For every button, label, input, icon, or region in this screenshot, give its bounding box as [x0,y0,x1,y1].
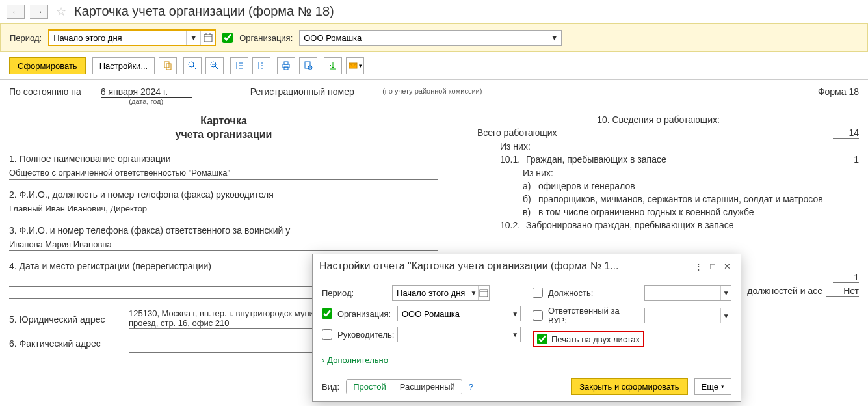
calendar-icon [203,33,213,43]
dlg-leader-dropdown[interactable]: ▼ [510,327,520,342]
r-b: б) [523,194,538,204]
nav-forward-button[interactable]: → [30,5,48,19]
chevron-down-icon: ▾ [721,383,724,390]
dialog-maximize-button[interactable]: □ [705,260,720,273]
dlg-more-link[interactable]: › Дополнительно [322,355,731,365]
dialog-close-button[interactable]: ✕ [720,260,734,273]
favorite-star-icon[interactable]: ☆ [56,5,66,19]
dlg-view-label: Вид: [322,382,339,392]
r-v-label: в том числе ограниченно годных к военной… [538,207,859,217]
card-title-2: учета организации [9,128,438,142]
dialog-title: Настройки отчета "Карточка учета организ… [319,260,691,272]
f1-value: Общество с ограниченной ответственностью… [9,168,438,180]
org-field[interactable]: ▼ [299,30,562,46]
dlg-position-dropdown[interactable]: ▼ [720,286,731,300]
preview-icon [303,61,313,71]
svg-rect-20 [284,62,288,64]
period-field[interactable]: ▼ [48,29,216,46]
printer-icon [281,61,291,71]
r101-of: Из них: [523,168,553,178]
preview-button[interactable] [299,57,317,74]
card-title-1: Карточка [9,115,438,128]
dlg-org-dropdown[interactable]: ▼ [510,306,520,321]
svg-rect-26 [480,290,488,297]
f1-label: 1. Полное наименование организации [9,154,438,164]
dlg-print-checkbox[interactable] [537,334,547,344]
f3-label: 3. Ф.И.О. и номер телефона (факса) ответ… [9,225,438,236]
status-date: 6 января 2024 г. [101,87,192,98]
r-a-label: офицеров и генералов [538,181,859,191]
period-dropdown-button[interactable]: ▼ [186,31,200,45]
dlg-print-label: Печать на двух листах [551,334,640,344]
search-icon [187,61,198,71]
collapse-button[interactable] [252,57,270,74]
f2-label: 2. Ф.И.О., должность и номер телефона (ф… [9,189,438,200]
dlg-resp-dropdown[interactable]: ▼ [720,308,731,323]
dlg-leader-checkbox[interactable] [322,329,332,340]
svg-line-9 [215,66,218,70]
chevron-right-icon: › [322,355,324,365]
dlg-position-label: Должность: [548,288,639,298]
dlg-position-input[interactable] [645,286,720,300]
email-button[interactable]: ▾ [346,57,364,74]
tab-simple[interactable]: Простой [347,380,393,394]
zoom-out-button[interactable] [205,57,224,74]
dlg-org-input[interactable] [398,306,510,321]
r102-num: 10.2. [500,220,526,230]
dlg-resp-checkbox[interactable] [533,310,543,321]
copy-settings-button[interactable] [159,57,177,74]
svg-rect-22 [305,62,310,68]
r-ofthem: Из них: [500,141,531,152]
tab-advanced[interactable]: Расширенный [393,380,462,394]
dlg-resp-input[interactable] [645,308,720,323]
r101-value: 1 [833,154,859,165]
form-label: Форма 18 [818,87,859,97]
r10-label: 10. Сведения о работающих: [597,115,720,125]
expand-button[interactable] [230,57,248,74]
dlg-org-checkbox[interactable] [322,308,332,319]
r101-label: Граждан, пребывающих в запасе [526,154,829,165]
status-note: (дата, год) [101,98,192,105]
org-enable-checkbox[interactable] [222,33,233,43]
dlg-period-dropdown[interactable]: ▼ [469,286,478,300]
settings-dialog: Настройки отчета "Карточка учета организ… [312,254,741,402]
period-input[interactable] [49,31,186,45]
page-title: Карточка учета организации (форма № 18) [74,4,334,19]
more-button[interactable]: Еще▾ [694,378,731,395]
reg-note: (по учету районной комиссии) [374,87,491,95]
r102-label: Забронировано граждан, пребывающих в зап… [526,220,859,230]
print-button[interactable] [277,57,295,74]
save-button[interactable] [324,57,342,74]
dlg-period-input[interactable] [393,286,469,300]
dlg-org-label: Организация: [337,309,392,319]
org-input[interactable] [300,31,547,45]
dialog-menu-button[interactable]: ⋮ [691,260,705,273]
dlg-period-calendar[interactable] [478,286,489,300]
nav-back-button[interactable]: ← [7,5,25,19]
r-b-label: прапорщиков, мичманов, сержантов и старш… [538,194,859,204]
r-total-value: 14 [833,128,859,139]
r-tail-val1: 1 [833,272,859,283]
dlg-leader-input[interactable] [398,327,510,342]
help-link[interactable]: ? [469,382,473,392]
f3-value: Иванова Мария Ивановна [9,239,438,251]
f6-label: 6. Фактический адрес [9,338,120,349]
period-calendar-button[interactable] [200,31,215,45]
settings-button[interactable]: Настройки... [92,57,155,74]
status-label: По состоянию на [9,87,81,97]
close-and-generate-button[interactable]: Закрыть и сформировать [571,378,687,395]
r101-num: 10.1. [500,154,526,165]
svg-rect-0 [204,34,212,42]
org-dropdown-button[interactable]: ▼ [547,31,561,45]
generate-button[interactable]: Сформировать [9,57,86,74]
r-tail-val2: Нет [826,286,859,297]
save-icon [328,61,338,71]
org-label: Организация: [239,33,293,43]
r-total-label: Всего работающих [477,128,829,138]
r-v: в) [523,207,538,217]
dlg-leader-label: Руководитель: [337,330,392,340]
dlg-position-checkbox[interactable] [533,288,543,298]
dlg-resp-label: Ответственный за ВУР: [548,306,639,325]
zoom-in-button[interactable] [183,57,202,74]
expand-icon [234,61,244,71]
